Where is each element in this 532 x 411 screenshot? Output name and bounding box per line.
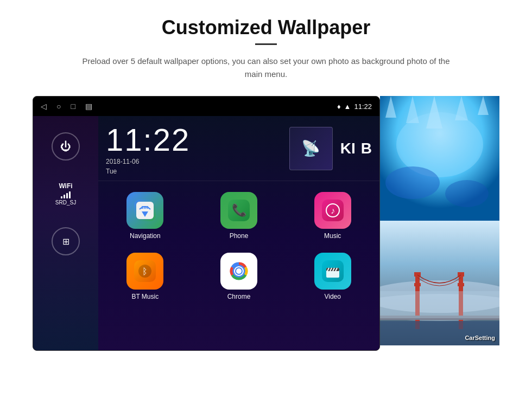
clock-meta: 2018-11-06 Tue <box>106 158 201 175</box>
app-label-chrome: Chrome <box>227 293 251 300</box>
svg-rect-43 <box>380 321 499 345</box>
status-bar-right: ♦ ▲ 11:22 <box>337 102 372 111</box>
svg-point-27 <box>445 180 489 207</box>
svg-rect-41 <box>458 283 464 286</box>
clock-time: 11:22 <box>106 121 190 158</box>
main-area: 11:22 2018-11-06 Tue 📡 KI B <box>98 116 379 350</box>
app-label-navigation: Navigation <box>130 232 161 240</box>
app-icon-phone: 📞 <box>220 192 257 229</box>
kl-text: KI <box>340 140 356 157</box>
apps-button[interactable]: ⊞ <box>52 227 80 255</box>
screenshot-nav-icon[interactable]: ▤ <box>85 102 92 111</box>
app-label-bt-music: BT Music <box>131 293 159 300</box>
wifi-bar-1 <box>61 196 62 198</box>
screen-content: ⏻ WiFi SRD_SJ ⊞ <box>33 116 379 350</box>
app-icon-chrome <box>220 253 257 290</box>
svg-rect-44 <box>380 291 499 318</box>
radio-icon: 📡 <box>301 139 320 157</box>
app-icon-music: ♪ <box>314 192 351 229</box>
clock-display: 11:22 2018-11-06 Tue <box>106 121 201 175</box>
radio-widget[interactable]: 📡 <box>289 127 333 170</box>
wallpaper-thumbnails: CarSetting <box>380 96 499 351</box>
title-divider <box>255 43 277 45</box>
b-text: B <box>361 140 372 157</box>
app-icon-navigation: 280 <box>126 192 163 229</box>
app-label-music: Music <box>324 232 341 240</box>
app-item-chrome[interactable]: Chrome <box>192 246 286 307</box>
wifi-info: WiFi SRD_SJ <box>55 182 76 206</box>
wifi-network: SRD_SJ <box>55 200 76 206</box>
app-item-navigation[interactable]: 280 Navigation <box>98 185 192 246</box>
clock-date: 2018-11-06 <box>106 158 201 165</box>
wallpaper-thumb-bridge[interactable]: CarSetting <box>380 221 499 345</box>
svg-point-16 <box>236 268 242 274</box>
wifi-signal-icon: ▲ <box>344 102 351 111</box>
wifi-bar-3 <box>66 193 68 198</box>
ice-texture <box>380 96 499 221</box>
app-item-phone[interactable]: 📞 Phone <box>192 185 286 246</box>
apps-icon: ⊞ <box>62 236 69 247</box>
wifi-bar-4 <box>69 191 71 198</box>
svg-text:📞: 📞 <box>231 203 246 217</box>
android-device: ◁ ○ □ ▤ ♦ ▲ 11:22 <box>33 96 380 351</box>
location-icon: ♦ <box>337 102 341 111</box>
svg-rect-38 <box>414 283 421 286</box>
status-time: 11:22 <box>354 102 372 111</box>
app-item-music[interactable]: ♪ Music <box>286 185 379 246</box>
back-nav-icon[interactable]: ◁ <box>41 102 47 111</box>
car-setting-label: CarSetting <box>465 335 495 341</box>
sidebar: ⏻ WiFi SRD_SJ ⊞ <box>33 116 98 350</box>
wifi-bars <box>61 191 71 198</box>
app-item-video[interactable]: Video <box>286 246 379 307</box>
svg-point-26 <box>385 166 440 199</box>
page-title: Customized Wallpaper <box>162 16 371 39</box>
power-icon: ⏻ <box>60 140 71 153</box>
power-button[interactable]: ⏻ <box>52 132 80 160</box>
app-icon-bt-music: ᛒ <box>126 253 163 290</box>
app-item-bt-music[interactable]: ᛒ BT Music <box>98 246 192 307</box>
svg-rect-37 <box>414 272 421 277</box>
svg-rect-40 <box>458 272 464 277</box>
svg-text:♪: ♪ <box>331 206 335 215</box>
wallpaper-thumb-ice[interactable] <box>380 96 499 221</box>
home-nav-icon[interactable]: ○ <box>56 102 61 111</box>
clock-area: 11:22 2018-11-06 Tue 📡 KI B <box>98 116 379 181</box>
app-label-phone: Phone <box>230 232 249 240</box>
status-bar-left: ◁ ○ □ ▤ <box>41 102 92 111</box>
content-area: ◁ ○ □ ▤ ♦ ▲ 11:22 <box>33 96 499 351</box>
app-label-video: Video <box>324 293 340 300</box>
app-icon-video <box>314 253 351 290</box>
recent-nav-icon[interactable]: □ <box>71 102 75 111</box>
wifi-label: WiFi <box>59 182 72 190</box>
page-container: Customized Wallpaper Preload over 5 defa… <box>0 0 532 411</box>
wifi-bar-2 <box>64 195 65 198</box>
app-grid: 280 Navigation <box>98 181 379 311</box>
clock-day: Tue <box>106 168 201 175</box>
svg-text:ᛒ: ᛒ <box>142 267 148 276</box>
status-bar: ◁ ○ □ ▤ ♦ ▲ 11:22 <box>33 97 379 116</box>
page-description: Preload over 5 default wallpaper options… <box>76 55 456 81</box>
